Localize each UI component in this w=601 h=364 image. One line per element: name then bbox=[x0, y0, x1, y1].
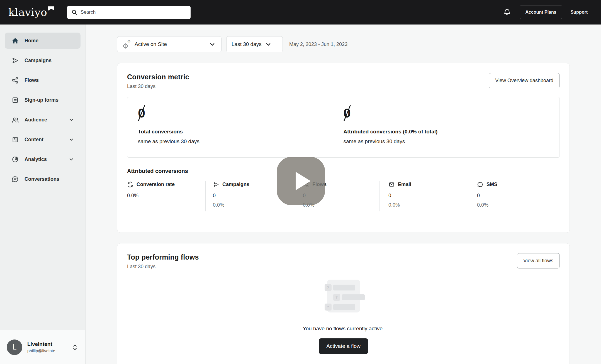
content-icon bbox=[11, 136, 19, 143]
metric-percent: 0.0% bbox=[388, 202, 468, 208]
flows-placeholder-illustration: ? ? ? bbox=[327, 280, 360, 312]
total-conversions-note: same as previous 30 days bbox=[138, 138, 344, 145]
people-icon bbox=[11, 116, 19, 124]
metric-selector-dropdown[interactable]: ⚙⚙ Active on Site bbox=[117, 36, 222, 52]
sidebar-item-label: Campaigns bbox=[25, 58, 52, 63]
search-icon bbox=[71, 9, 78, 16]
account-plans-button[interactable]: Account Plans bbox=[520, 6, 562, 19]
metric-label: Email bbox=[398, 182, 411, 187]
view-all-flows-button[interactable]: View all flows bbox=[517, 253, 560, 268]
unfold-icon[interactable] bbox=[71, 343, 79, 351]
card-title: Top performing flows bbox=[127, 253, 199, 261]
sidebar-item-conversations[interactable]: Conversations bbox=[5, 171, 81, 187]
sidebar-item-content[interactable]: Content bbox=[5, 131, 81, 148]
activate-a-flow-button[interactable]: Activate a flow bbox=[319, 338, 368, 354]
sms-metric: SMS 0 0.0% bbox=[468, 181, 560, 211]
attributed-conversions-stat: 0 Attributed conversions (0.0% of total)… bbox=[344, 105, 549, 147]
conversion-rate-metric: Conversion rate 0.0% bbox=[127, 181, 206, 211]
placeholder-bar bbox=[333, 285, 355, 290]
attributed-conversions-label: Attributed conversions (0.0% of total) bbox=[344, 129, 549, 135]
attributed-conversions-note: same as previous 30 days bbox=[344, 138, 549, 145]
metric-label: SMS bbox=[486, 182, 497, 187]
card-subtitle: Last 30 days bbox=[127, 264, 199, 270]
total-conversions-stat: 0 Total conversions same as previous 30 … bbox=[138, 105, 344, 147]
metric-percent: 0.0% bbox=[213, 202, 296, 208]
total-conversions-label: Total conversions bbox=[138, 129, 344, 135]
sidebar: Home Campaigns Flows Sign-up forms bbox=[0, 25, 86, 364]
support-link[interactable]: Support bbox=[571, 10, 588, 15]
sidebar-item-label: Flows bbox=[25, 77, 39, 83]
notifications-bell-icon[interactable] bbox=[503, 8, 511, 16]
attributed-conversions-heading: Attributed conversions bbox=[127, 168, 560, 174]
date-range-dropdown[interactable]: Last 30 days bbox=[226, 36, 283, 52]
klaviyo-logo[interactable]: klaviyo bbox=[8, 7, 54, 18]
pie-chart-icon bbox=[11, 156, 19, 163]
search-input[interactable] bbox=[81, 9, 187, 15]
sidebar-item-label: Conversations bbox=[25, 176, 59, 182]
main-content: ⚙⚙ Active on Site Last 30 days May 2, 20… bbox=[86, 25, 601, 364]
metric-selector-value: Active on Site bbox=[135, 41, 167, 47]
sidebar-item-analytics[interactable]: Analytics bbox=[5, 151, 81, 167]
avatar: L bbox=[7, 339, 22, 355]
klaviyo-wordmark: klaviyo bbox=[8, 7, 47, 18]
sidebar-item-signup-forms[interactable]: Sign-up forms bbox=[5, 92, 81, 108]
sidebar-item-label: Content bbox=[25, 137, 43, 143]
account-switcher[interactable]: L LiveIntent phillip@liveinte... bbox=[0, 330, 85, 364]
sidebar-item-audience[interactable]: Audience bbox=[5, 112, 81, 128]
metric-label: Conversion rate bbox=[137, 182, 175, 187]
total-conversions-value: 0 bbox=[138, 105, 145, 121]
sms-chat-icon bbox=[477, 181, 483, 188]
placeholder-question-icon: ? bbox=[325, 284, 332, 291]
chevron-down-icon bbox=[68, 136, 74, 143]
empty-flows-message: You have no flows currently active. bbox=[303, 326, 384, 332]
sidebar-item-flows[interactable]: Flows bbox=[5, 72, 81, 88]
metric-value: 0 bbox=[477, 193, 560, 199]
sidebar-item-campaigns[interactable]: Campaigns bbox=[5, 52, 81, 69]
email-metric: Email 0 0.0% bbox=[380, 181, 468, 211]
sidebar-item-home[interactable]: Home bbox=[5, 33, 81, 49]
card-subtitle: Last 30 days bbox=[127, 84, 189, 89]
video-play-button[interactable] bbox=[277, 157, 325, 205]
card-title: Conversion metric bbox=[127, 73, 189, 81]
conversion-metric-card: Conversion metric Last 30 days View Over… bbox=[117, 63, 570, 233]
metric-value: 0 bbox=[388, 193, 468, 199]
flows-icon bbox=[11, 77, 19, 84]
gears-icon: ⚙⚙ bbox=[122, 40, 131, 48]
view-overview-dashboard-button[interactable]: View Overview dashboard bbox=[489, 73, 560, 88]
sidebar-item-label: Sign-up forms bbox=[25, 97, 59, 103]
attributed-conversions-value: 0 bbox=[344, 105, 351, 121]
chevron-down-icon bbox=[68, 156, 74, 162]
home-icon bbox=[11, 37, 19, 45]
sidebar-item-label: Audience bbox=[25, 117, 47, 123]
placeholder-question-icon: ? bbox=[333, 294, 340, 301]
metric-label: Campaigns bbox=[222, 182, 249, 187]
metric-value: 0.0% bbox=[127, 193, 205, 199]
flows-empty-state: ? ? ? You have no flows currently active… bbox=[127, 270, 560, 354]
chevron-down-icon bbox=[209, 41, 216, 48]
placeholder-bar bbox=[333, 304, 355, 310]
account-name: LiveIntent bbox=[27, 341, 59, 347]
topbar: klaviyo Account Plans Support bbox=[0, 0, 601, 25]
play-icon bbox=[296, 172, 311, 190]
send-icon bbox=[11, 57, 19, 64]
cycle-icon bbox=[127, 181, 133, 188]
placeholder-question-icon: ? bbox=[325, 304, 332, 311]
sidebar-item-label: Home bbox=[25, 38, 38, 44]
top-performing-flows-card: Top performing flows Last 30 days View a… bbox=[117, 243, 570, 364]
account-email: phillip@liveinte... bbox=[27, 348, 59, 353]
filter-bar: ⚙⚙ Active on Site Last 30 days May 2, 20… bbox=[117, 36, 570, 52]
sidebar-item-label: Analytics bbox=[25, 157, 47, 162]
date-range-text: May 2, 2023 - Jun 1, 2023 bbox=[289, 41, 347, 47]
placeholder-bar bbox=[342, 294, 365, 300]
chevron-down-icon bbox=[265, 41, 272, 48]
form-icon bbox=[11, 96, 19, 104]
global-search[interactable] bbox=[67, 6, 191, 19]
send-icon bbox=[213, 181, 219, 188]
chevron-down-icon bbox=[68, 117, 74, 123]
metric-percent: 0.0% bbox=[477, 202, 560, 208]
chat-icon bbox=[11, 175, 19, 183]
attributed-metrics-row: Conversion rate 0.0% Campaigns 0 0.0% bbox=[127, 181, 560, 211]
date-range-value: Last 30 days bbox=[232, 41, 262, 47]
conversion-stats-box: 0 Total conversions same as previous 30 … bbox=[127, 97, 560, 158]
email-icon bbox=[388, 181, 395, 188]
